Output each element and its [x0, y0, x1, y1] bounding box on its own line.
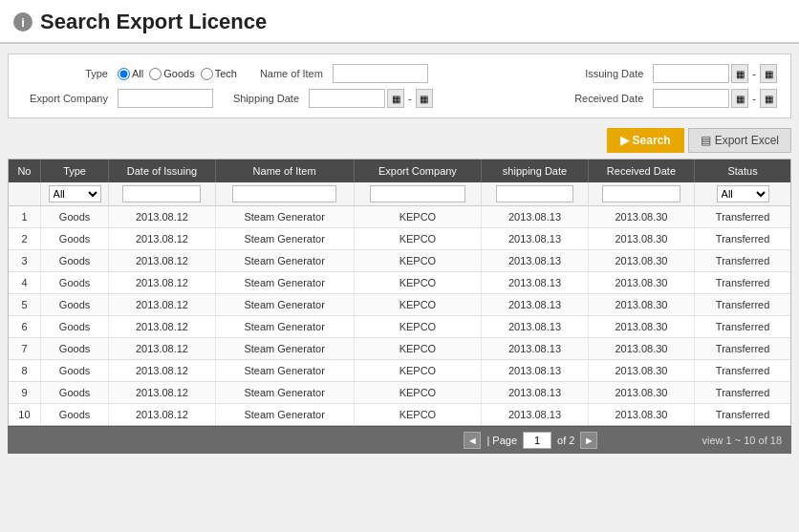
filter-received-date[interactable] [588, 182, 694, 206]
search-button[interactable]: ▶ Search [607, 128, 684, 153]
page-title: Search Export Licence [40, 10, 267, 34]
cell-date-of-issuing: 2013.08.12 [109, 294, 215, 316]
shipping-date-filter[interactable] [496, 185, 574, 202]
cell-status: Transferred [695, 250, 790, 272]
cell-status: Transferred [695, 228, 790, 250]
cell-type: Goods [40, 382, 108, 404]
table-header-row: No Type Date of Issuing Name of Item Exp… [9, 160, 790, 182]
table-row[interactable]: 10 Goods 2013.08.12 Steam Generator KEPC… [9, 404, 790, 426]
cell-shipping-date: 2013.08.13 [482, 272, 588, 294]
page-input[interactable] [523, 432, 551, 449]
col-type: Type [40, 160, 108, 182]
table-row[interactable]: 1 Goods 2013.08.12 Steam Generator KEPCO… [9, 206, 790, 228]
received-date-from-cal[interactable]: ▦ [731, 89, 748, 108]
cell-name-of-item: Steam Generator [215, 404, 354, 426]
radio-tech-label[interactable]: Tech [201, 68, 237, 80]
radio-goods[interactable] [149, 68, 162, 80]
name-of-item-input[interactable] [333, 64, 428, 83]
received-date-filter[interactable] [602, 185, 680, 202]
cell-received-date: 2013.08.30 [588, 206, 694, 228]
cell-received-date: 2013.08.30 [588, 360, 694, 382]
received-date-dash: - [752, 93, 756, 104]
filter-type[interactable]: All Goods Tech [40, 182, 108, 206]
export-company-label: Export Company [22, 93, 108, 104]
cell-received-date: 2013.08.30 [588, 316, 694, 338]
shipping-date-from[interactable] [309, 89, 385, 108]
radio-tech[interactable] [201, 68, 213, 80]
cell-shipping-date: 2013.08.13 [482, 206, 588, 228]
filter-export-company[interactable] [354, 182, 482, 206]
cell-no: 5 [9, 294, 40, 316]
cell-date-of-issuing: 2013.08.12 [109, 228, 215, 250]
prev-page-button[interactable]: ◄ [464, 432, 481, 449]
col-export-company: Export Company [354, 160, 482, 182]
filter-date-of-issuing[interactable] [109, 182, 215, 206]
radio-all-label[interactable]: All [118, 68, 143, 80]
cell-no: 4 [9, 272, 40, 294]
issuing-date-dash: - [752, 68, 756, 79]
results-table: No Type Date of Issuing Name of Item Exp… [9, 160, 790, 425]
export-company-input[interactable] [118, 89, 213, 108]
cell-name-of-item: Steam Generator [215, 272, 354, 294]
cell-name-of-item: Steam Generator [215, 316, 354, 338]
cell-export-company: KEPCO [354, 404, 482, 426]
cell-status: Transferred [695, 382, 790, 404]
table-container: No Type Date of Issuing Name of Item Exp… [8, 159, 791, 426]
col-status: Status [695, 160, 790, 182]
received-date-label: Received Date [567, 93, 643, 104]
received-date-to-cal[interactable]: ▦ [760, 89, 777, 108]
form-row-2: Export Company Shipping Date ▦ - ▦ Recei… [22, 89, 777, 108]
date-of-issuing-filter[interactable] [122, 185, 201, 202]
status-filter-select[interactable]: All Transferred [717, 185, 769, 202]
cell-status: Transferred [695, 360, 790, 382]
filter-shipping-date[interactable] [482, 182, 588, 206]
cell-status: Transferred [695, 272, 790, 294]
next-page-button[interactable]: ► [580, 432, 597, 449]
cell-export-company: KEPCO [354, 228, 482, 250]
name-of-item-filter[interactable] [232, 185, 336, 202]
radio-all[interactable] [118, 68, 130, 80]
of-label: of 2 [557, 435, 574, 446]
received-date-range: ▦ - ▦ [653, 89, 777, 108]
cell-shipping-date: 2013.08.13 [482, 250, 588, 272]
received-date-from[interactable] [653, 89, 729, 108]
table-row[interactable]: 8 Goods 2013.08.12 Steam Generator KEPCO… [9, 360, 790, 382]
issuing-date-from-cal[interactable]: ▦ [731, 64, 748, 83]
shipping-date-to-cal[interactable]: ▦ [416, 89, 433, 108]
cell-shipping-date: 2013.08.13 [482, 360, 588, 382]
col-received-date: Received Date [588, 160, 694, 182]
table-row[interactable]: 6 Goods 2013.08.12 Steam Generator KEPCO… [9, 316, 790, 338]
table-row[interactable]: 4 Goods 2013.08.12 Steam Generator KEPCO… [9, 272, 790, 294]
cell-received-date: 2013.08.30 [588, 272, 694, 294]
table-row[interactable]: 7 Goods 2013.08.12 Steam Generator KEPCO… [9, 338, 790, 360]
shipping-date-from-cal[interactable]: ▦ [387, 89, 404, 108]
filter-status[interactable]: All Transferred [695, 182, 790, 206]
issuing-date-to-cal[interactable]: ▦ [760, 64, 777, 83]
cell-type: Goods [40, 272, 108, 294]
issuing-date-from[interactable] [653, 64, 729, 83]
radio-goods-label[interactable]: Goods [149, 68, 194, 80]
cell-type: Goods [40, 316, 108, 338]
cell-type: Goods [40, 206, 108, 228]
cell-received-date: 2013.08.30 [588, 404, 694, 426]
table-row[interactable]: 5 Goods 2013.08.12 Steam Generator KEPCO… [9, 294, 790, 316]
cell-name-of-item: Steam Generator [215, 294, 354, 316]
export-company-filter[interactable] [370, 185, 465, 202]
cell-date-of-issuing: 2013.08.12 [109, 360, 215, 382]
table-row[interactable]: 3 Goods 2013.08.12 Steam Generator KEPCO… [9, 250, 790, 272]
name-of-item-label: Name of Item [247, 68, 323, 79]
cell-received-date: 2013.08.30 [588, 382, 694, 404]
export-excel-button[interactable]: ▤ Export Excel [688, 128, 791, 153]
table-row[interactable]: 9 Goods 2013.08.12 Steam Generator KEPCO… [9, 382, 790, 404]
cell-shipping-date: 2013.08.13 [482, 404, 588, 426]
cell-export-company: KEPCO [354, 294, 482, 316]
cell-export-company: KEPCO [354, 360, 482, 382]
type-filter-select[interactable]: All Goods Tech [49, 185, 101, 202]
cell-type: Goods [40, 404, 108, 426]
form-row-1: Type All Goods Tech Name of Item Issuing… [22, 64, 777, 83]
filter-name-of-item[interactable] [215, 182, 354, 206]
cell-name-of-item: Steam Generator [215, 382, 354, 404]
pagination: ◄ | Page of 2 ► view 1 ~ 10 of 18 [8, 426, 791, 454]
cell-name-of-item: Steam Generator [215, 338, 354, 360]
table-row[interactable]: 2 Goods 2013.08.12 Steam Generator KEPCO… [9, 228, 790, 250]
